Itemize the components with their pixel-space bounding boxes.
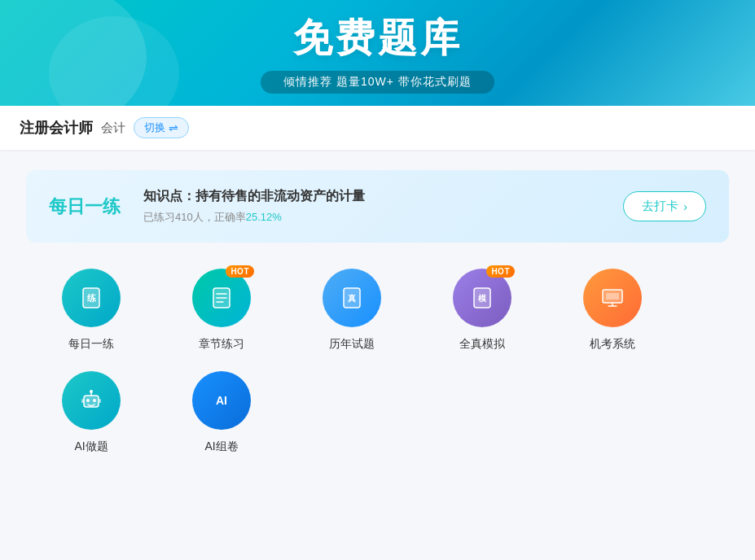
practice-item-ai-paper[interactable]: AI AI组卷 — [156, 371, 287, 454]
stats-prefix: 已练习 — [143, 211, 175, 223]
daily-left: 每日一练 知识点：持有待售的非流动资产的计量 已练习410人，正确率25.12% — [49, 188, 365, 225]
svg-text:AI: AI — [216, 394, 227, 407]
simulation-hot-badge: HOT — [486, 265, 515, 278]
ai-practice-icon-wrap — [62, 371, 121, 430]
chapter-icon-wrap: HOT — [192, 269, 251, 327]
switch-label: 切换 — [144, 120, 165, 135]
chapter-item-label: 章节练习 — [199, 337, 244, 352]
svg-text:练: 练 — [87, 293, 97, 303]
daily-topic: 知识点：持有待售的非流动资产的计量 — [143, 188, 365, 205]
practice-item-daily[interactable]: 练 每日一练 — [26, 269, 156, 352]
machine-icon-wrap — [583, 269, 642, 327]
daily-info: 知识点：持有待售的非流动资产的计量 已练习410人，正确率25.12% — [143, 188, 365, 225]
ai-paper-item-label: AI组卷 — [204, 440, 238, 454]
stats-count: 410 — [175, 211, 193, 223]
stats-rate: 25.12% — [246, 211, 282, 223]
history-icon-circle: 真 — [323, 269, 381, 327]
chapter-hot-badge: HOT — [226, 265, 254, 278]
banner-subtitle: 倾情推荐 题量10W+ 带你花式刷题 — [261, 71, 494, 94]
svg-point-16 — [90, 390, 93, 393]
chapter-icon — [207, 283, 236, 313]
practice-item-ai-practice[interactable]: AI做题 — [26, 371, 156, 454]
ai-paper-icon-circle: AI — [192, 371, 251, 430]
ai-practice-icon-circle — [62, 371, 121, 430]
practice-item-simulation[interactable]: 模 HOT 全真模拟 — [417, 269, 547, 352]
subject-bar: 注册会计师 会计 切换 ⇌ — [0, 106, 755, 151]
checkin-label: 去打卡 — [642, 199, 678, 214]
daily-label: 每日一练 — [49, 195, 121, 219]
svg-point-17 — [86, 399, 90, 402]
machine-item-label: 机考系统 — [590, 337, 635, 352]
daily-item-label: 每日一练 — [68, 337, 114, 352]
practice-item-history[interactable]: 真 历年试题 — [287, 269, 417, 352]
ai-practice-item-label: AI做题 — [74, 440, 108, 454]
practice-item-chapter[interactable]: HOT 章节练习 — [156, 269, 287, 352]
daily-stats: 已练习410人，正确率25.12% — [143, 210, 365, 225]
switch-icon: ⇌ — [169, 121, 178, 134]
checkin-button[interactable]: 去打卡 › — [623, 191, 706, 221]
header-banner: 免费题库 倾情推荐 题量10W+ 带你花式刷题 — [0, 0, 755, 106]
subject-main-title: 注册会计师 — [20, 118, 93, 138]
svg-text:真: 真 — [348, 294, 356, 303]
history-icon-wrap: 真 — [323, 269, 381, 327]
svg-rect-13 — [606, 293, 619, 300]
daily-practice-card: 每日一练 知识点：持有待售的非流动资产的计量 已练习410人，正确率25.12%… — [26, 170, 729, 243]
history-item-label: 历年试题 — [329, 337, 375, 352]
subject-sub-title: 会计 — [101, 120, 125, 136]
simulation-item-label: 全真模拟 — [459, 337, 505, 352]
stats-suffix: 人，正确率 — [193, 211, 246, 223]
simulation-icon: 模 — [467, 283, 497, 313]
robot-icon — [77, 386, 106, 415]
daily-icon-circle: 练 — [62, 269, 121, 327]
practice-item-machine[interactable]: 机考系统 — [547, 269, 678, 352]
machine-icon-circle — [583, 269, 642, 327]
svg-rect-20 — [99, 399, 101, 403]
practice-icon: 练 — [77, 283, 106, 313]
svg-rect-19 — [81, 399, 84, 403]
ai-icon: AI — [207, 386, 236, 415]
ai-paper-icon-wrap: AI — [192, 371, 251, 430]
simulation-icon-wrap: 模 HOT — [453, 269, 511, 327]
svg-point-18 — [93, 399, 96, 402]
practice-grid-row2: AI做题 AI AI组卷 — [26, 371, 729, 454]
svg-text:模: 模 — [477, 294, 487, 303]
history-icon: 真 — [337, 283, 367, 313]
machine-icon — [598, 283, 627, 313]
main-content: 每日一练 知识点：持有待售的非流动资产的计量 已练习410人，正确率25.12%… — [0, 151, 755, 493]
banner-title: 免费题库 — [293, 12, 463, 64]
checkin-arrow: › — [683, 199, 687, 213]
practice-grid-row1: 练 每日一练 HOT 章节练习 — [26, 269, 729, 352]
switch-button[interactable]: 切换 ⇌ — [134, 117, 189, 138]
daily-icon-wrap: 练 — [62, 269, 121, 327]
topic-prefix: 知识点： — [143, 189, 195, 203]
topic-text: 持有待售的非流动资产的计量 — [195, 189, 365, 203]
